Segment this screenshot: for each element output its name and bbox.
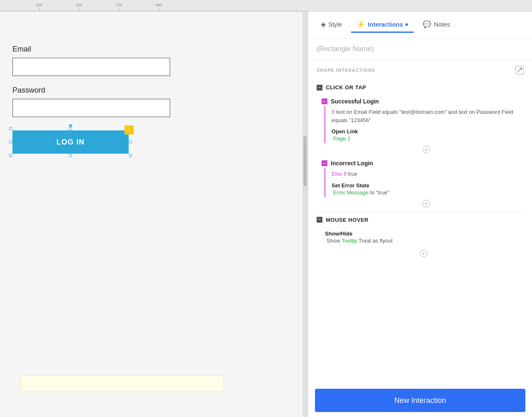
vertical-line-successful [325, 106, 325, 126]
ruler-small-tick [29, 9, 29, 11]
successful-login-condition-text: If text on Email Field equals "test@doma… [332, 108, 524, 124]
section-header: SHAPE INTERACTIONS [308, 60, 532, 78]
ruler-small-tick [297, 9, 297, 11]
ruler-small-tick [8, 9, 9, 11]
login-button[interactable]: LOG IN [12, 130, 129, 154]
event-group-click: − CLICK OR TAP − Successful Login [308, 81, 532, 210]
show-hide-title: Show/Hide [325, 231, 524, 237]
add-btn-2[interactable]: + [308, 197, 532, 210]
handle-bot-right[interactable] [129, 154, 132, 157]
login-form: Email Password ⚡ [12, 45, 307, 154]
condition-body-1: text on Email Field equals "test@domain.… [332, 109, 513, 123]
section-title: SHAPE INTERACTIONS [317, 68, 375, 73]
main-layout: Email Password ⚡ [0, 12, 532, 417]
ruler-small-tick [98, 9, 98, 11]
tab-notes[interactable]: 💬 Notes [417, 17, 456, 33]
style-icon: ◈ [321, 20, 326, 28]
handle-mid-left[interactable] [9, 141, 12, 144]
ruler-small-tick [217, 9, 218, 11]
new-interaction-button[interactable]: New Interaction [315, 389, 525, 412]
incorrect-login-condition: Else If true [308, 168, 532, 180]
ruler-small-tick [68, 9, 69, 11]
right-panel: ◈ Style ⚡ Interactions 💬 Notes (Rectangl… [308, 12, 532, 417]
click-event-label: CLICK OR TAP [326, 84, 366, 91]
ruler-mark-700: 700 [119, 7, 119, 11]
password-label: Password [12, 86, 307, 95]
ruler-small-tick [58, 9, 59, 11]
collapse-incorrect-login-btn[interactable]: − [322, 160, 327, 166]
email-label: Email [12, 45, 307, 54]
canvas-ruler: 500 600 700 800 [0, 0, 308, 11]
add-btn-3[interactable]: + [308, 247, 532, 260]
page2-link-text[interactable]: Page 2 [333, 135, 350, 142]
event-header-click: − CLICK OR TAP [308, 81, 532, 94]
ruler-mark-800: 800 [159, 7, 159, 11]
set-error-title: Set Error State [332, 182, 524, 189]
handle-mid-right[interactable] [129, 141, 132, 144]
add-circle-icon-2[interactable]: + [422, 200, 430, 207]
interaction-badge-icon: ⚡ [124, 125, 134, 135]
ruler-small-tick [268, 9, 268, 11]
handle-bot-left[interactable] [9, 154, 12, 157]
add-circle-icon-1[interactable]: + [422, 146, 430, 153]
bolt-icon: ⚡ [357, 20, 365, 28]
ruler-small-tick [188, 9, 188, 11]
vertical-line-action2 [325, 180, 325, 197]
element-name: (Rectangle Name) [308, 38, 532, 60]
incorrect-login-name: Incorrect Login [331, 160, 373, 167]
directional-arrow-icon [68, 125, 73, 128]
handle-top-left[interactable] [9, 127, 12, 130]
interactions-list: − CLICK OR TAP − Successful Login [308, 78, 532, 384]
active-dot [405, 23, 408, 26]
password-input-visual[interactable] [12, 99, 170, 117]
email-input-visual[interactable] [12, 58, 170, 76]
hover-event-label: MOUSE HOVER [326, 217, 368, 223]
handle-top-mid[interactable] [69, 127, 72, 130]
successful-login-name: Successful Login [331, 98, 379, 105]
ruler-mark-500: 500 [39, 7, 39, 11]
export-icon[interactable] [515, 66, 524, 74]
canvas-scrollbar[interactable] [303, 12, 307, 417]
interaction-successful-login: − Successful Login If text on Email Fiel… [308, 96, 532, 156]
add-circle-icon-3[interactable]: + [420, 250, 427, 257]
notes-icon: 💬 [423, 20, 431, 28]
ruler-mark-600: 600 [79, 7, 79, 11]
collapse-successful-login-btn[interactable]: − [322, 98, 327, 104]
event-header-hover: − MOUSE HOVER [308, 213, 532, 226]
page2-link: Page 2 [332, 135, 524, 142]
add-btn-1[interactable]: + [308, 143, 532, 156]
ruler-small-tick [148, 9, 148, 11]
error-to-suffix: to "true" [370, 189, 389, 196]
note-box [21, 375, 224, 392]
successful-login-action: Open Link Page 2 [308, 126, 532, 143]
separator-1 [317, 211, 524, 212]
open-link-title: Open Link [332, 128, 524, 135]
incorrect-login-action: Set Error State Error Message to "true" [308, 180, 532, 197]
error-message-link[interactable]: Error Message [333, 189, 368, 196]
collapse-click-btn[interactable]: − [317, 85, 322, 91]
if-keyword: If [332, 109, 334, 115]
top-ruler-bar: 500 600 700 800 [0, 0, 532, 12]
tab-style[interactable]: ◈ Style [315, 17, 348, 33]
ruler-small-tick [138, 9, 139, 11]
tab-notes-label: Notes [434, 21, 450, 28]
ruler-small-tick [257, 9, 258, 11]
login-button-wrapper: ⚡ LOG IN [12, 130, 129, 154]
ruler-small-tick [178, 9, 178, 11]
vertical-line-action1 [325, 126, 325, 143]
interaction-show-hide: Show/Hide Show Tooltip Treat as flyout + [308, 228, 532, 260]
successful-login-condition: If text on Email Field equals "test@doma… [308, 106, 532, 126]
tooltip-detail: Show Tooltip Treat as flyout [325, 237, 524, 244]
ruler-small-tick [108, 9, 109, 11]
collapse-hover-btn[interactable]: − [317, 217, 322, 223]
canvas-area[interactable]: Email Password ⚡ [0, 12, 308, 417]
scrollbar-thumb[interactable] [303, 136, 307, 186]
incorrect-login-header: − Incorrect Login [308, 157, 532, 168]
vertical-line-incorrect [325, 168, 325, 180]
handle-bot-mid[interactable] [69, 154, 72, 157]
tab-interactions[interactable]: ⚡ Interactions [351, 17, 414, 33]
successful-login-header: − Successful Login [308, 96, 532, 106]
interaction-incorrect-login: − Incorrect Login Else If true Set Err [308, 157, 532, 210]
tooltip-link[interactable]: Tooltip [342, 238, 357, 244]
else-if-keyword: Else If [332, 171, 347, 177]
